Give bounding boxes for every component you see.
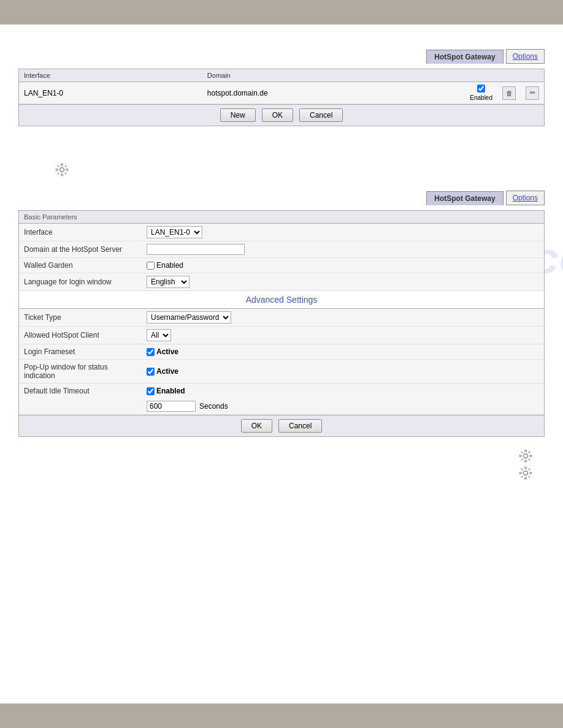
- idle-timeout-checkbox[interactable]: [147, 387, 155, 395]
- idle-timeout-checkbox-label[interactable]: Enabled: [147, 387, 539, 395]
- walled-label-text: Enabled: [156, 261, 183, 270]
- settings-row-login-frameset: Login Frameset Active: [19, 344, 544, 360]
- login-frameset-checkbox[interactable]: [147, 348, 155, 356]
- login-frameset-checkbox-label[interactable]: Active: [147, 347, 539, 356]
- section1-header: HotSpot Gateway Options: [18, 49, 545, 64]
- settings-row-language: Language for login window English German…: [19, 273, 544, 291]
- delete-icon[interactable]: 🗑: [502, 86, 516, 100]
- new-button[interactable]: New: [220, 108, 256, 122]
- idle-timeout-input[interactable]: [147, 401, 196, 412]
- cancel-button-2[interactable]: Cancel: [278, 419, 322, 433]
- svg-rect-14: [530, 472, 532, 474]
- label-language: Language for login window: [19, 275, 142, 289]
- svg-rect-2: [61, 174, 63, 176]
- label-interface: Interface: [19, 225, 142, 240]
- col-delete: [497, 69, 521, 82]
- svg-rect-11: [525, 467, 527, 469]
- svg-rect-3: [56, 169, 58, 171]
- cancel-button-1[interactable]: Cancel: [299, 108, 343, 122]
- col-domain: Domain: [202, 69, 465, 82]
- row-delete[interactable]: 🗑: [497, 82, 521, 104]
- walled-checkbox[interactable]: [147, 262, 155, 270]
- enabled-label: Enabled: [470, 94, 492, 101]
- svg-rect-6: [525, 450, 527, 452]
- gateway-table: Interface Domain LAN_EN1-0 hotspot.domai…: [19, 69, 544, 104]
- settings-row-ticket: Ticket Type Username/Password: [19, 309, 544, 327]
- label-allowed: Allowed HotSpot Client: [19, 328, 142, 343]
- settings-panel: Basic Parameters Interface LAN_EN1-0 Dom…: [18, 210, 545, 437]
- label-walled: Walled Garden: [19, 258, 142, 273]
- top-bar: [0, 0, 563, 25]
- row-domain: hotspot.domain.de: [202, 82, 465, 104]
- col-edit: [521, 69, 544, 82]
- popup-text: Active: [156, 367, 178, 376]
- value-interface[interactable]: LAN_EN1-0: [142, 224, 544, 241]
- walled-checkbox-label[interactable]: Enabled: [147, 261, 539, 270]
- main-content: manualarchive.com HotSpot Gateway Option…: [0, 25, 563, 703]
- svg-point-0: [60, 168, 64, 172]
- allowed-select[interactable]: All: [147, 329, 171, 341]
- idle-timeout-enabled-text: Enabled: [156, 387, 185, 395]
- bottom-gear-icons: [18, 449, 532, 480]
- tab-hotspot-gateway-2[interactable]: HotSpot Gateway: [426, 191, 503, 205]
- domain-input[interactable]: [147, 244, 245, 255]
- col-interface: Interface: [19, 69, 202, 82]
- enabled-checkbox[interactable]: [477, 85, 485, 93]
- value-walled[interactable]: Enabled: [142, 259, 544, 272]
- section1-panel: Interface Domain LAN_EN1-0 hotspot.domai…: [18, 69, 545, 126]
- popup-checkbox-label[interactable]: Active: [147, 367, 539, 376]
- table-row: LAN_EN1-0 hotspot.domain.de Enabled 🗑 ✏: [19, 82, 544, 104]
- basic-params-header: Basic Parameters: [19, 211, 544, 224]
- login-frameset-text: Active: [156, 347, 178, 356]
- ok-button-1[interactable]: OK: [262, 108, 293, 122]
- svg-rect-12: [525, 477, 527, 479]
- col-actions: [465, 69, 497, 82]
- settings-row-walled: Walled Garden Enabled: [19, 258, 544, 273]
- label-ticket: Ticket Type: [19, 310, 142, 325]
- ok-button-2[interactable]: OK: [241, 419, 272, 433]
- seconds-label: Seconds: [199, 402, 228, 411]
- value-ticket[interactable]: Username/Password: [142, 309, 544, 326]
- section2-header: HotSpot Gateway Options: [18, 191, 545, 205]
- gear-icon-2[interactable]: [519, 449, 532, 463]
- value-login-frameset[interactable]: Active: [142, 345, 544, 358]
- gear-icon-3[interactable]: [519, 466, 532, 480]
- row-enabled-check[interactable]: Enabled: [465, 82, 497, 104]
- section1-footer: New OK Cancel: [19, 104, 544, 126]
- tab-hotspot-gateway-1[interactable]: HotSpot Gateway: [426, 50, 503, 64]
- popup-checkbox[interactable]: [147, 368, 155, 376]
- label-login-frameset: Login Frameset: [19, 344, 142, 359]
- value-idle-timeout-check[interactable]: Enabled: [142, 384, 544, 398]
- settings-row-popup: Pop-Up window for status indication Acti…: [19, 360, 544, 384]
- svg-rect-7: [525, 460, 527, 462]
- settings-row-domain: Domain at the HotSpot Server: [19, 241, 544, 258]
- language-select[interactable]: English German French: [147, 276, 190, 288]
- advanced-title: Advanced Settings: [19, 291, 544, 309]
- svg-point-5: [524, 454, 528, 458]
- ticket-select[interactable]: Username/Password: [147, 311, 231, 324]
- tab-options-1[interactable]: Options: [506, 49, 545, 64]
- svg-rect-1: [61, 164, 63, 165]
- value-domain[interactable]: [142, 241, 544, 257]
- label-domain: Domain at the HotSpot Server: [19, 242, 142, 257]
- gear-area-1: [55, 163, 545, 178]
- svg-point-10: [524, 471, 528, 476]
- tab-options-2[interactable]: Options: [506, 191, 545, 205]
- row-interface: LAN_EN1-0: [19, 82, 202, 104]
- svg-rect-9: [530, 455, 532, 457]
- svg-rect-13: [519, 472, 521, 474]
- row-edit[interactable]: ✏: [521, 82, 544, 104]
- value-allowed[interactable]: All: [142, 327, 544, 344]
- edit-icon[interactable]: ✏: [526, 86, 539, 100]
- settings-row-allowed: Allowed HotSpot Client All: [19, 327, 544, 344]
- label-popup: Pop-Up window for status indication: [19, 360, 142, 383]
- label-idle-timeout: Default Idle Timeout: [19, 384, 142, 398]
- value-popup[interactable]: Active: [142, 365, 544, 378]
- value-language[interactable]: English German French: [142, 273, 544, 290]
- settings-row-idle-timeout: Default Idle Timeout Enabled Seconds: [19, 384, 544, 415]
- gear-icon-1[interactable]: [55, 163, 69, 176]
- svg-rect-8: [519, 455, 521, 457]
- settings-row-interface: Interface LAN_EN1-0: [19, 224, 544, 241]
- interface-select[interactable]: LAN_EN1-0: [147, 226, 202, 238]
- svg-rect-4: [66, 169, 68, 171]
